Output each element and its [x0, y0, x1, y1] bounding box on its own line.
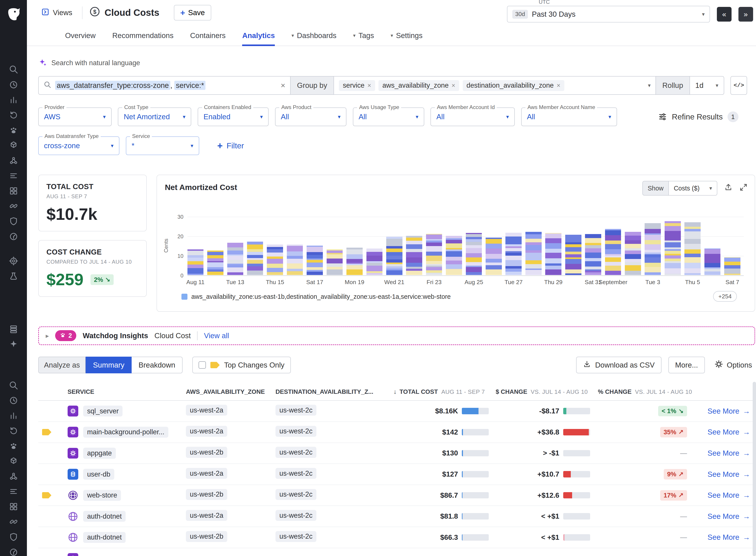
chart-bar[interactable] [426, 234, 442, 275]
table-row[interactable]: appgateus-west-2bus-west-2c$130> -$1—See… [38, 443, 755, 464]
zone-tag[interactable]: us-west-2c [275, 405, 316, 416]
query-token-service[interactable]: service:* [174, 81, 205, 90]
flask-icon[interactable] [9, 271, 18, 281]
natural-language-search[interactable]: Search with natural language [38, 58, 755, 69]
chart-bar[interactable] [327, 249, 343, 275]
chart-bar[interactable] [585, 234, 601, 275]
sync-icon[interactable] [9, 110, 18, 120]
zone-tag[interactable]: us-west-2b [186, 489, 227, 500]
vertical-scrollbar[interactable] [753, 382, 756, 556]
cluster-icon[interactable] [9, 472, 18, 481]
see-more-link[interactable]: See More [708, 512, 739, 521]
sparkle-icon[interactable] [9, 339, 18, 349]
table-row[interactable]: web-storeus-west-2bus-west-2c$86.7+$12.6… [38, 485, 755, 506]
remove-tag-icon[interactable]: × [367, 82, 371, 89]
chart-bar[interactable] [227, 243, 243, 275]
tab-containers[interactable]: Containers [190, 25, 226, 45]
chart-bar[interactable] [187, 249, 204, 275]
show-select[interactable]: Show Costs ($) ▾ [642, 181, 718, 196]
zone-tag[interactable]: us-west-2b [186, 447, 227, 458]
compass-icon[interactable] [9, 232, 18, 241]
chart-bar[interactable] [684, 222, 701, 275]
zone-tag[interactable]: us-west-2b [186, 531, 227, 542]
time-shift-back-button[interactable]: « [717, 7, 731, 22]
group-by-tags[interactable]: service×aws_availability_zone×destinatio… [334, 76, 656, 95]
filter-aws-usage-type[interactable]: Aws Usage TypeAll▾ [353, 107, 424, 126]
zone-tag[interactable]: us-west-2a [186, 510, 227, 521]
tab-overview[interactable]: Overview [65, 25, 96, 45]
zone-tag[interactable]: us-west-2a [186, 468, 227, 479]
sync-icon[interactable] [9, 426, 18, 436]
zone-tag[interactable]: us-west-2c [275, 510, 316, 521]
grid-icon[interactable] [9, 186, 18, 196]
zone-tag[interactable]: us-west-2c [275, 531, 316, 542]
query-search-input[interactable]: aws_datatransfer_type:cross-zone, servic… [38, 76, 291, 95]
column-header-aws-availability-zone[interactable]: AWS_AVAILABILITY_ZONE [181, 388, 271, 395]
chart-bar[interactable] [545, 233, 561, 275]
history-icon[interactable] [9, 395, 18, 405]
cubes-icon[interactable] [9, 456, 18, 466]
grid-icon[interactable] [9, 502, 18, 512]
paw-icon[interactable] [9, 125, 18, 135]
zone-tag[interactable]: us-west-2c [275, 468, 316, 479]
service-name[interactable]: web-store [83, 490, 121, 501]
service-name[interactable]: auth-dotnet [83, 532, 126, 543]
service-name[interactable]: appgate [83, 448, 116, 458]
filter-aws-datatransfer-type[interactable]: Aws Datatransfer Typecross-zone▾ [38, 136, 119, 155]
add-filter-button[interactable]: +Filter [214, 140, 247, 151]
group-by-tag[interactable]: aws_availability_zone× [378, 80, 459, 91]
see-more-link[interactable]: See More [708, 407, 739, 415]
see-more-link[interactable]: See More [708, 428, 739, 436]
table-row[interactable]: main-background-poller...us-west-2aus-we… [38, 422, 755, 443]
chart-icon[interactable] [9, 411, 18, 420]
history-icon[interactable] [9, 80, 18, 90]
pipelines-icon[interactable] [9, 171, 18, 181]
table-row[interactable]: auth-dotnetus-west-2aus-west-2c$81.8< +$… [38, 506, 755, 527]
chart-bar[interactable] [386, 237, 403, 275]
chart-bar[interactable] [346, 247, 363, 275]
filter-provider[interactable]: ProviderAWS▾ [38, 107, 112, 126]
filter-aws-member-account-name[interactable]: Aws Member Account NameAll▾ [521, 107, 617, 126]
datadog-logo[interactable] [5, 6, 22, 23]
breakdown-tab[interactable]: Breakdown [131, 357, 183, 373]
pipelines-icon[interactable] [9, 487, 18, 496]
options-button[interactable]: Options [712, 359, 755, 371]
paw-icon[interactable] [9, 441, 18, 451]
rollup-select[interactable]: 1d ▾ [690, 76, 724, 95]
chart-bar[interactable] [645, 223, 661, 275]
chart-bar[interactable] [406, 236, 422, 275]
table-row[interactable]: sql_serverus-west-2aus-west-2c$8.16K-$8.… [38, 401, 755, 422]
see-more-link[interactable]: See More [708, 491, 739, 499]
see-more-link[interactable]: See More [708, 470, 739, 479]
link-icon[interactable] [9, 517, 18, 527]
service-name[interactable]: user-db [83, 469, 114, 480]
top-changes-checkbox[interactable] [198, 361, 206, 369]
chart-bar[interactable] [367, 248, 383, 275]
column-header-total-cost[interactable]: ↓TOTAL COSTAUG 11 - SEP 7 [386, 388, 492, 395]
legend-overflow-badge[interactable]: +254 [713, 291, 737, 302]
tab-settings[interactable]: ▾Settings [391, 25, 423, 45]
filter-aws-product[interactable]: Aws ProductAll▾ [275, 107, 346, 126]
chart-bar[interactable] [605, 229, 621, 275]
download-csv-button[interactable]: Download as CSV [576, 357, 662, 373]
watchdog-insights-banner[interactable]: ▸ 2 Watchdog Insights Cloud Cost View al… [38, 326, 755, 345]
chart-icon[interactable] [9, 95, 18, 105]
see-more-link[interactable]: See More [708, 533, 739, 542]
top-changes-only-toggle[interactable]: Top Changes Only [192, 357, 291, 373]
summary-tab[interactable]: Summary [86, 357, 131, 373]
chart-bar[interactable] [705, 248, 721, 275]
link-icon[interactable] [9, 201, 18, 211]
clear-query-icon[interactable]: × [281, 81, 286, 90]
table-row[interactable]: auth-dotnetus-west-2bus-west-2c$66.3< +$… [38, 527, 755, 548]
refine-results-button[interactable]: Refine Results1 [658, 111, 755, 122]
filter-cost-type[interactable]: Cost TypeNet Amortized▾ [118, 107, 191, 126]
service-name[interactable]: main-background-poller... [83, 427, 168, 438]
remove-tag-icon[interactable]: × [557, 82, 560, 89]
column-header-service[interactable]: SERVICE [58, 388, 181, 395]
chevron-down-icon[interactable]: ▾ [648, 82, 651, 89]
filter-service[interactable]: Service*▾ [126, 136, 199, 155]
chart-bar[interactable] [625, 232, 641, 275]
export-icon[interactable] [724, 183, 732, 193]
query-code-toggle-button[interactable]: </> [730, 76, 747, 95]
table-row[interactable]: user-dbus-west-2aus-west-2c$127+$10.79%↗… [38, 464, 755, 485]
